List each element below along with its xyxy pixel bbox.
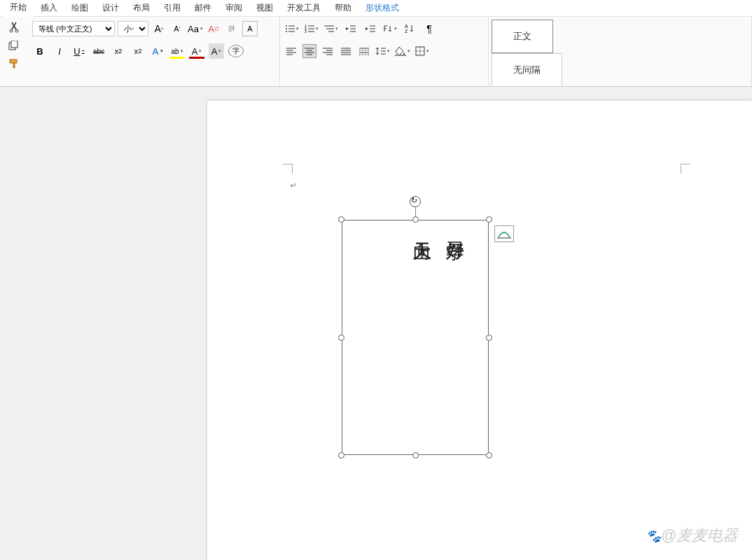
menu-item-mailings[interactable]: 邮件 — [188, 0, 218, 16]
textbox-shape[interactable]: 好好学习 天天向上 — [342, 220, 489, 455]
document-canvas[interactable]: ↵ 好好学习 天天向上 — [0, 87, 752, 560]
text-effects-button[interactable]: A — [150, 43, 165, 59]
margin-corner-tl — [283, 164, 293, 174]
menu-item-help[interactable]: 帮助 — [328, 0, 358, 16]
resize-handle-tm[interactable] — [412, 216, 419, 223]
style-no-spacing[interactable]: 无间隔 — [492, 53, 562, 87]
shrink-font-button[interactable]: Aˇ — [169, 21, 185, 36]
font-size-select[interactable]: 小一 — [118, 21, 148, 36]
font-color-button[interactable]: A — [189, 43, 204, 59]
decrease-indent-button[interactable] — [343, 21, 358, 36]
menu-item-insert[interactable]: 插入 — [34, 0, 64, 16]
align-distributed-button[interactable] — [357, 44, 371, 58]
margin-corner-tr — [681, 164, 690, 174]
svg-point-8 — [286, 31, 287, 32]
resize-handle-ml[interactable] — [338, 335, 344, 341]
menu-item-draw[interactable]: 绘图 — [64, 0, 95, 16]
svg-text:A: A — [405, 24, 408, 29]
styles-group: 正文 无间隔 标题 1 ▲ ▼ ▾ — [489, 17, 752, 86]
text-direction-button[interactable] — [382, 21, 398, 36]
resize-handle-bm[interactable] — [412, 452, 419, 458]
layout-options-button[interactable] — [494, 225, 514, 242]
menu-bar: 开始 插入 绘图 设计 布局 引用 邮件 审阅 视图 开发工具 帮助 形状格式 — [0, 0, 752, 17]
number-list-button[interactable]: 123 — [304, 21, 319, 36]
enclosed-char-button[interactable]: 字 — [228, 45, 244, 57]
highlight-button[interactable]: ab — [169, 43, 185, 59]
svg-point-1 — [15, 29, 18, 32]
ribbon: 等线 (中文正文) 小一 A^ Aˇ Aa A∅ 拼 A B I U abc x… — [0, 17, 752, 87]
format-painter-icon[interactable] — [7, 57, 21, 70]
resize-handle-mr[interactable] — [486, 335, 492, 341]
menu-item-references[interactable]: 引用 — [157, 0, 188, 16]
resize-handle-tr[interactable] — [486, 216, 492, 223]
font-name-select[interactable]: 等线 (中文正文) — [32, 21, 115, 36]
menu-item-design[interactable]: 设计 — [95, 0, 126, 16]
style-normal[interactable]: 正文 — [492, 20, 553, 53]
resize-handle-tl[interactable] — [338, 216, 344, 223]
line-spacing-button[interactable] — [375, 43, 391, 59]
watermark-text: 🐾@麦麦电器 — [646, 525, 738, 546]
sort-button[interactable]: AZ — [402, 21, 417, 36]
menu-item-developer[interactable]: 开发工具 — [280, 0, 328, 16]
clipboard-group — [0, 17, 28, 86]
shading-button[interactable] — [395, 43, 410, 59]
resize-handle-bl[interactable] — [338, 452, 344, 458]
paragraph-mark-icon: ↵ — [290, 181, 297, 190]
grow-font-button[interactable]: A^ — [151, 21, 167, 36]
font-group: 等线 (中文正文) 小一 A^ Aˇ Aa A∅ 拼 A B I U abc x… — [28, 17, 280, 86]
increase-indent-button[interactable] — [363, 21, 378, 36]
superscript-button[interactable]: x2 — [130, 43, 146, 59]
svg-point-0 — [10, 29, 13, 32]
svg-point-4 — [286, 25, 287, 27]
paragraph-group: 123 AZ ¶ — [280, 17, 489, 86]
menu-item-review[interactable]: 审阅 — [218, 0, 249, 16]
document-page[interactable]: ↵ 好好学习 天天向上 — [207, 101, 752, 560]
clear-format-button[interactable]: A∅ — [206, 21, 221, 36]
underline-button[interactable]: U — [71, 43, 87, 59]
char-shading-button[interactable]: A — [209, 43, 224, 59]
change-case-button[interactable]: Aa — [188, 21, 203, 36]
textbox-content[interactable]: 好好学习 天天向上 — [344, 223, 486, 452]
borders-button[interactable] — [415, 43, 430, 59]
align-center-button[interactable] — [302, 44, 316, 58]
paw-icon: 🐾 — [646, 529, 661, 543]
phonetic-guide-button[interactable]: 拼 — [224, 21, 239, 36]
subscript-button[interactable]: x2 — [111, 43, 126, 59]
show-marks-button[interactable]: ¶ — [422, 21, 437, 36]
strikethrough-button[interactable]: abc — [91, 43, 106, 59]
menu-item-start[interactable]: 开始 — [3, 0, 34, 17]
svg-text:3: 3 — [305, 29, 307, 33]
svg-point-6 — [286, 28, 287, 29]
cut-icon[interactable] — [7, 21, 21, 34]
menu-item-layout[interactable]: 布局 — [126, 0, 157, 16]
svg-rect-50 — [395, 55, 406, 56]
align-left-button[interactable] — [284, 44, 298, 58]
multilevel-list-button[interactable] — [323, 21, 339, 36]
align-justify-button[interactable] — [339, 44, 353, 58]
rotate-handle[interactable] — [410, 196, 421, 207]
svg-text:Z: Z — [405, 29, 408, 34]
bold-button[interactable]: B — [32, 43, 48, 59]
copy-icon[interactable] — [7, 39, 21, 52]
italic-button[interactable]: I — [52, 43, 67, 59]
menu-item-shape-format[interactable]: 形状格式 — [358, 0, 406, 16]
char-border-button[interactable]: A — [242, 21, 258, 36]
svg-rect-3 — [11, 41, 18, 48]
menu-item-view[interactable]: 视图 — [249, 0, 280, 16]
layout-options-icon — [497, 228, 511, 239]
resize-handle-br[interactable] — [486, 452, 492, 458]
bullet-list-button[interactable] — [284, 21, 300, 36]
align-right-button[interactable] — [321, 44, 335, 58]
